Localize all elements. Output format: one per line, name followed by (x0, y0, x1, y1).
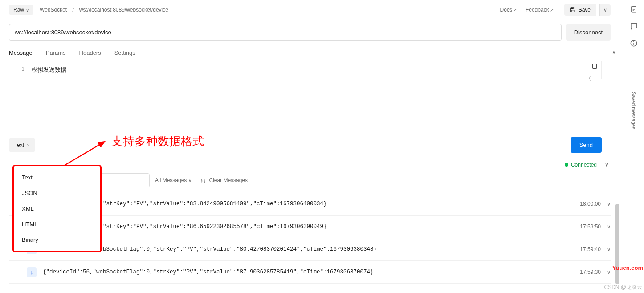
format-option-html[interactable]: HTML (14, 216, 100, 232)
trash-icon (200, 178, 206, 183)
editor-mini-rail: 〈 (584, 73, 593, 84)
status-dot-icon (565, 163, 568, 167)
raw-chip[interactable]: Raw ∨ (9, 5, 33, 15)
scrollbar-thumb[interactable] (615, 204, 619, 284)
format-dropdown: TextJSONXMLHTMLBinary (12, 165, 102, 252)
saved-messages-label[interactable]: Saved messages (631, 92, 636, 129)
svg-point-9 (633, 42, 634, 42)
chevron-down-icon: ∨ (188, 178, 192, 183)
url-row: Disconnect (9, 24, 620, 41)
chevron-down-icon[interactable]: ∨ (607, 269, 611, 275)
all-messages-filter[interactable]: All Messages ∨ (155, 177, 192, 183)
chevron-left-icon[interactable]: 〈 (584, 73, 593, 84)
message-row[interactable]: ↓{"deviceId":56,"webSocketFlag":0,"strKe… (9, 261, 611, 284)
save-button[interactable]: Save (564, 4, 596, 16)
clear-messages-button[interactable]: Clear Messages (200, 177, 248, 183)
chevron-down-icon: ∨ (26, 8, 29, 12)
format-select-button[interactable]: Text ∨ (9, 138, 35, 152)
chevron-down-icon[interactable]: ∨ (607, 201, 611, 207)
chevron-down-icon: ∨ (603, 7, 607, 13)
message-time: 18:00:00 (580, 201, 601, 207)
chevron-down-icon[interactable]: ∨ (603, 160, 611, 170)
tab-message[interactable]: Message (9, 49, 33, 61)
format-option-text[interactable]: Text (14, 170, 100, 185)
right-rail: Saved messages (623, 0, 644, 293)
comment-icon[interactable] (630, 22, 638, 30)
message-content: {"deviceId":56,"webSocketFlag":0,"strKey… (43, 246, 574, 252)
info-icon[interactable] (630, 39, 638, 47)
external-icon: ↗ (550, 8, 554, 12)
breadcrumb-separator: / (72, 7, 74, 13)
external-icon: ↗ (513, 8, 517, 12)
format-option-json[interactable]: JSON (14, 185, 100, 201)
chevron-down-icon[interactable]: ∨ (607, 224, 611, 230)
save-dropdown[interactable]: ∨ (599, 4, 611, 16)
message-editor[interactable]: 1 模拟发送数据 (9, 61, 602, 79)
format-option-binary[interactable]: Binary (14, 232, 100, 248)
chevron-down-icon[interactable]: ∨ (607, 247, 611, 252)
collapse-section-icon[interactable]: ∧ (612, 49, 616, 56)
disconnect-button[interactable]: Disconnect (566, 24, 611, 41)
docs-link[interactable]: Docs ↗ (497, 5, 519, 15)
message-time: 17:59:40 (580, 246, 601, 252)
line-number: 1 (9, 66, 32, 74)
arrow-down-icon: ↓ (27, 267, 37, 277)
format-option-xml[interactable]: XML (14, 201, 100, 216)
send-row: Text ∨ Send (9, 137, 620, 153)
tab-settings[interactable]: Settings (114, 49, 135, 61)
header-row: Raw ∨ WebSocket / ws://localhost:8089/we… (9, 0, 620, 20)
message-time: 17:59:50 (580, 224, 601, 230)
message-content: "webSocketFlag":0,"strKey":"PV","strValu… (43, 201, 574, 207)
send-button[interactable]: Send (571, 137, 602, 153)
breadcrumb-protocol: WebSocket (40, 7, 67, 13)
document-icon[interactable] (630, 5, 638, 13)
message-time: 17:59:30 (580, 269, 601, 275)
watermark-csdn: CSDN @龙凌云 (604, 284, 642, 291)
watermark-yuucn: Yuucn.com (612, 265, 643, 271)
message-content: "webSocketFlag":0,"strKey":"PV","strValu… (43, 224, 574, 230)
websocket-url-input[interactable] (9, 24, 562, 41)
tab-params[interactable]: Params (46, 49, 66, 61)
editor-content: 模拟发送数据 (32, 66, 66, 74)
status-label: Connected (571, 162, 597, 168)
tab-headers[interactable]: Headers (79, 49, 101, 61)
message-content: {"deviceId":56,"webSocketFlag":0,"strKey… (43, 269, 574, 275)
raw-label: Raw (13, 7, 24, 13)
save-icon (570, 7, 576, 13)
breadcrumb-url: ws://localhost:8089/websocket/device (79, 7, 168, 13)
bookmark-icon (592, 64, 597, 69)
chevron-down-icon: ∨ (27, 142, 30, 147)
feedback-link[interactable]: Feedback ↗ (523, 5, 556, 15)
tabs: Message Params Headers Settings ∧ (9, 49, 620, 61)
